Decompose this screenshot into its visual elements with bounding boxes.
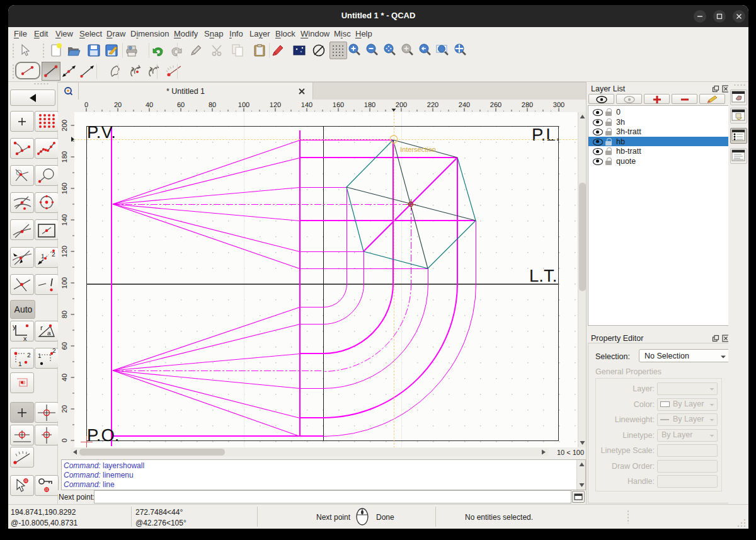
svg-text:0: 0 bbox=[84, 101, 88, 109]
svg-text:40: 40 bbox=[146, 101, 153, 109]
svg-text:300: 300 bbox=[553, 101, 564, 109]
svg-text:140: 140 bbox=[301, 101, 312, 109]
svg-text:20: 20 bbox=[61, 405, 69, 413]
svg-text:1: 1 bbox=[41, 253, 45, 260]
svg-text:2: 2 bbox=[52, 251, 55, 258]
svg-text:0: 0 bbox=[61, 439, 69, 442]
svg-text:220: 220 bbox=[427, 101, 438, 109]
svg-text:20: 20 bbox=[114, 101, 122, 109]
svg-text:1: 1 bbox=[18, 361, 22, 368]
svg-text:80: 80 bbox=[61, 311, 69, 318]
svg-text:x: x bbox=[23, 335, 27, 341]
svg-text:280: 280 bbox=[522, 101, 533, 109]
svg-text:60: 60 bbox=[177, 101, 185, 109]
svg-text:100: 100 bbox=[61, 277, 69, 289]
svg-text:160: 160 bbox=[61, 183, 69, 194]
svg-text:2: 2 bbox=[27, 352, 31, 359]
svg-text:200: 200 bbox=[61, 120, 69, 131]
svg-text:180: 180 bbox=[364, 101, 375, 109]
svg-text:Intersection: Intersection bbox=[400, 146, 436, 154]
svg-text:40: 40 bbox=[61, 374, 69, 381]
svg-text:r: r bbox=[40, 325, 43, 332]
svg-text:2: 2 bbox=[52, 348, 56, 355]
svg-text:120: 120 bbox=[270, 101, 281, 109]
svg-text:240: 240 bbox=[459, 101, 470, 109]
svg-text:180: 180 bbox=[61, 151, 69, 163]
svg-text:100: 100 bbox=[238, 101, 249, 109]
svg-text:200: 200 bbox=[396, 101, 407, 109]
svg-text:260: 260 bbox=[490, 101, 501, 109]
svg-text:L.T.: L.T. bbox=[529, 266, 557, 285]
svg-text:160: 160 bbox=[333, 101, 344, 109]
svg-text:60: 60 bbox=[61, 342, 69, 350]
svg-text:a: a bbox=[47, 330, 51, 337]
svg-text:120: 120 bbox=[61, 246, 69, 257]
svg-text:y: y bbox=[13, 323, 16, 331]
svg-text:80: 80 bbox=[209, 101, 216, 109]
svg-text:1: 1 bbox=[38, 353, 42, 360]
svg-text:P.L.: P.L. bbox=[532, 125, 560, 144]
svg-text:140: 140 bbox=[61, 214, 69, 226]
svg-text:P.V.: P.V. bbox=[87, 122, 116, 142]
